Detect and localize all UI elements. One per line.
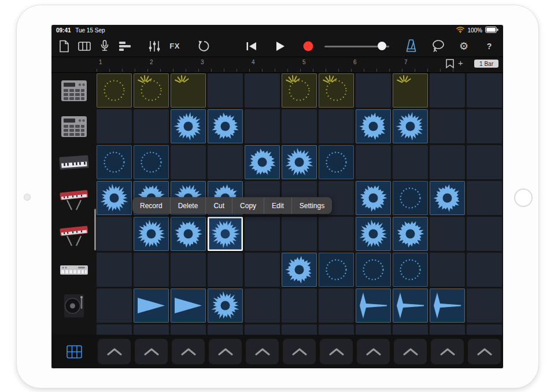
loop-cell-r7-c6[interactable] <box>282 289 317 323</box>
loop-cell-r6-c3[interactable] <box>171 253 206 287</box>
loop-cell-r6-c6[interactable] <box>282 253 317 287</box>
fx-button[interactable]: FX <box>168 39 182 53</box>
column-trigger-1[interactable] <box>98 339 131 364</box>
loop-cell-r2-c7[interactable] <box>319 109 354 143</box>
loop-cell-r8-c2[interactable] <box>134 324 169 335</box>
loop-cell-r4-c1[interactable] <box>97 181 132 215</box>
rewind-icon[interactable] <box>245 39 258 53</box>
loop-cell-r1-c9[interactable] <box>393 73 428 108</box>
track-header-gray-keyboard[interactable] <box>51 253 97 287</box>
loop-cell-r8-c5[interactable] <box>245 324 280 335</box>
loop-cell-r6-c9[interactable] <box>393 253 428 287</box>
timeline-ruler[interactable]: 1234567 + 1 Bar <box>51 57 503 73</box>
loop-cell-r8-c7[interactable] <box>319 324 354 335</box>
menu-item-record[interactable]: Record <box>132 197 170 214</box>
loop-cell-r7-c5[interactable] <box>245 289 280 323</box>
record-icon[interactable] <box>301 39 315 53</box>
track-header-red-keyboard-2[interactable] <box>51 217 97 251</box>
loop-cell-r7-c7[interactable] <box>319 289 354 323</box>
loop-cell-r5-c5[interactable] <box>245 217 280 251</box>
loop-browser-icon[interactable] <box>431 39 445 53</box>
loop-cell-r5-c1[interactable] <box>97 217 132 251</box>
loop-cell-r3-c7[interactable] <box>319 145 354 179</box>
track-header-drum-machine-2[interactable] <box>51 109 97 143</box>
loop-cell-r5-c3[interactable] <box>171 217 206 251</box>
menu-item-delete[interactable]: Delete <box>170 197 206 214</box>
column-trigger-4[interactable] <box>209 339 242 364</box>
loop-cell-r3-c1[interactable] <box>97 145 132 179</box>
column-trigger-11[interactable] <box>468 339 501 364</box>
loop-cell-r4-c9[interactable] <box>393 181 428 215</box>
track-header-drum-machine-1[interactable] <box>51 73 97 108</box>
column-trigger-5[interactable] <box>246 339 279 364</box>
loop-cell-r6-c7[interactable] <box>319 253 354 287</box>
loop-cell-r5-c10[interactable] <box>430 217 465 251</box>
loop-cell-r2-c4[interactable] <box>208 109 243 143</box>
loop-cell-r2-c8[interactable] <box>356 109 391 143</box>
loop-cell-r3-c9[interactable] <box>393 145 428 179</box>
loop-cell-r7-c10[interactable] <box>430 289 465 323</box>
loop-cell-r8-c1[interactable] <box>97 324 132 335</box>
tracks-view-icon[interactable] <box>118 39 132 53</box>
loop-cell-r8-c3[interactable] <box>171 324 206 335</box>
menu-item-cut[interactable]: Cut <box>205 197 232 214</box>
loop-cell-r7-c3[interactable] <box>171 289 206 323</box>
loop-cell-r3-c10[interactable] <box>430 145 465 179</box>
loop-cell-r2-c1[interactable] <box>97 109 132 143</box>
track-header-red-keyboard-1[interactable] <box>51 181 97 215</box>
loop-cell-r2-c6[interactable] <box>282 109 317 143</box>
loop-cell-r1-c3[interactable] <box>171 73 206 108</box>
loop-cell-r3-c3[interactable] <box>171 145 206 179</box>
loop-cell-r4-c8[interactable] <box>356 181 391 215</box>
loop-cell-r1-c10[interactable] <box>430 73 465 108</box>
loop-cell-r7-c4[interactable] <box>208 289 243 323</box>
volume-slider[interactable] <box>324 45 389 48</box>
loop-cell-r1-c6[interactable] <box>282 73 317 108</box>
loop-cell-r2-c10[interactable] <box>430 109 465 143</box>
loop-cell-r1-c7[interactable] <box>319 73 354 108</box>
column-trigger-7[interactable] <box>320 339 353 364</box>
loop-cell-r3-c5[interactable] <box>245 145 280 179</box>
loop-cell-r1-c2[interactable] <box>134 73 169 108</box>
loop-cell-r5-c11[interactable] <box>467 217 502 251</box>
microphone-icon[interactable] <box>98 39 112 53</box>
grid-length-button[interactable]: 1 Bar <box>474 60 498 68</box>
column-trigger-2[interactable] <box>135 339 168 364</box>
loop-cell-r5-c2[interactable] <box>134 217 169 251</box>
mixer-icon[interactable] <box>147 39 161 53</box>
document-icon[interactable] <box>57 39 71 53</box>
live-loops-grid-icon[interactable] <box>77 39 91 53</box>
loop-cell-r2-c2[interactable] <box>134 109 169 143</box>
loop-cell-r6-c10[interactable] <box>430 253 465 287</box>
loop-cell-r6-c1[interactable] <box>97 253 132 287</box>
loop-cell-r2-c11[interactable] <box>467 109 502 143</box>
loop-cell-r3-c11[interactable] <box>467 145 502 179</box>
loop-cell-r4-c10[interactable] <box>430 181 465 215</box>
loop-cell-r5-c6[interactable] <box>282 217 317 251</box>
column-trigger-9[interactable] <box>394 339 427 364</box>
loop-cell-r6-c11[interactable] <box>467 253 502 287</box>
cell-grid-icon[interactable] <box>67 345 82 361</box>
add-section-button[interactable]: + <box>458 58 463 68</box>
loop-cell-r1-c4[interactable] <box>208 73 243 108</box>
column-trigger-8[interactable] <box>357 339 390 364</box>
song-section-marker-icon[interactable] <box>445 59 455 71</box>
loop-cell-r7-c8[interactable] <box>356 289 391 323</box>
loop-cell-r7-c1[interactable] <box>97 289 132 323</box>
loop-cell-r8-c6[interactable] <box>282 324 317 335</box>
loop-cell-r3-c6[interactable] <box>282 145 317 179</box>
loop-cell-r3-c8[interactable] <box>356 145 391 179</box>
loop-cell-r2-c5[interactable] <box>245 109 280 143</box>
loop-cell-r1-c5[interactable] <box>245 73 280 108</box>
loop-cell-r2-c9[interactable] <box>393 109 428 143</box>
column-trigger-6[interactable] <box>283 339 316 364</box>
menu-item-settings[interactable]: Settings <box>291 197 332 214</box>
loop-cell-r8-c10[interactable] <box>430 324 465 335</box>
loop-cell-r4-c11[interactable] <box>467 181 502 215</box>
menu-item-copy[interactable]: Copy <box>232 197 264 214</box>
loop-cell-r5-c8[interactable] <box>356 217 391 251</box>
loop-cell-r6-c5[interactable] <box>245 253 280 287</box>
loop-cell-r1-c1[interactable] <box>97 73 132 108</box>
loop-cell-r2-c3[interactable] <box>171 109 206 143</box>
loop-cell-r1-c11[interactable] <box>467 73 502 108</box>
